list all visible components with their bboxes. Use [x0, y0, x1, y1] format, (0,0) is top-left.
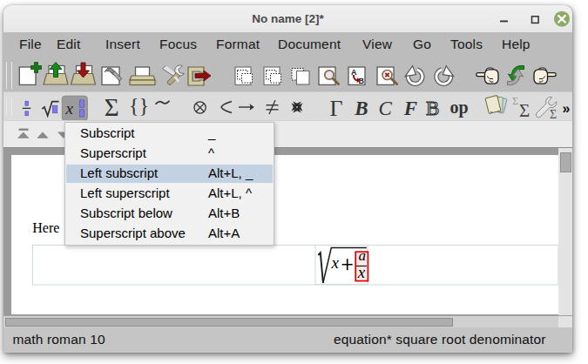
svg-text:a: a	[358, 247, 366, 264]
svg-text:C: C	[379, 97, 393, 118]
svg-text:op: op	[450, 97, 469, 117]
svg-text:x: x	[357, 263, 366, 281]
svg-text:B: B	[354, 97, 368, 118]
svg-text:»: »	[563, 100, 571, 115]
svg-text:Σ: Σ	[519, 100, 530, 121]
svg-text:x: x	[65, 98, 74, 117]
svg-text:Σ: Σ	[105, 92, 119, 120]
svg-text:{}: {}	[129, 94, 149, 117]
svg-text:Σ: Σ	[512, 95, 518, 107]
svg-text:B: B	[426, 97, 439, 118]
svg-text:Γ: Γ	[330, 96, 343, 121]
svg-text:Σ: Σ	[550, 108, 557, 121]
svg-text:F: F	[403, 97, 417, 118]
svg-text:x: x	[331, 253, 340, 272]
